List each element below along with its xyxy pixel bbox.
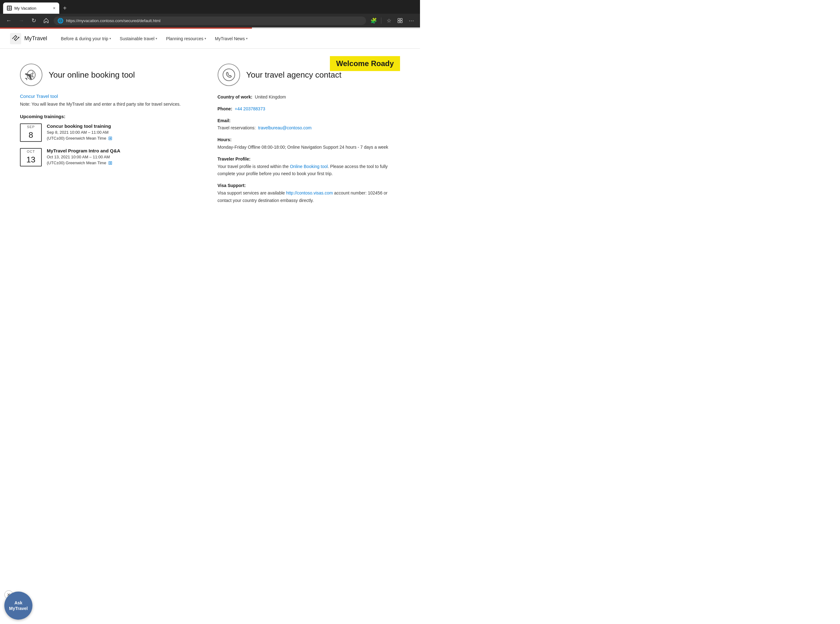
booking-tool-note: Note: You will leave the MyTravel site a… bbox=[20, 101, 203, 108]
svg-rect-4 bbox=[398, 19, 400, 20]
svg-rect-2 bbox=[8, 8, 9, 10]
logo-area[interactable]: MyTravel bbox=[10, 33, 47, 44]
hours-value: Monday-Friday Offline 08:00-18:00; Onlin… bbox=[218, 145, 388, 150]
country-value: United Kingdom bbox=[255, 94, 286, 99]
booking-tool-body: Concur Travel tool Note: You will leave … bbox=[20, 94, 203, 167]
chevron-down-icon: ▾ bbox=[156, 37, 157, 40]
svg-rect-1 bbox=[10, 6, 11, 8]
tab-bar: My Vacation × + bbox=[0, 0, 420, 14]
address-bar[interactable]: 🌐 https://myvacation.contoso.com/secured… bbox=[54, 17, 366, 25]
svg-rect-3 bbox=[10, 8, 11, 10]
active-tab[interactable]: My Vacation × bbox=[3, 3, 59, 14]
event-day: 8 bbox=[20, 130, 41, 141]
nav-news[interactable]: MyTravel News ▾ bbox=[211, 34, 251, 44]
tab-title: My Vacation bbox=[14, 6, 51, 11]
phone-link[interactable]: +44 203788373 bbox=[235, 106, 265, 111]
event-month: OCT bbox=[20, 149, 41, 154]
booking-tool-title: Your online booking tool bbox=[49, 70, 135, 80]
favorites-button[interactable]: ☆ bbox=[384, 15, 394, 26]
tab-close-button[interactable]: × bbox=[53, 6, 56, 10]
event-time-2: Oct 13, 2021 10:00 AM – 11:00 AM bbox=[47, 154, 121, 159]
event-day: 13 bbox=[20, 154, 41, 166]
main-nav: Before & during your trip ▾ Sustainable … bbox=[57, 34, 251, 44]
browser-nav-actions: 🧩 ☆ ⋯ bbox=[368, 15, 416, 26]
country-row: Country of work: United Kingdom bbox=[218, 94, 401, 101]
progress-fill bbox=[0, 28, 252, 29]
refresh-button[interactable]: ↻ bbox=[29, 15, 39, 26]
hours-label: Hours: bbox=[218, 137, 232, 142]
nav-sustainable[interactable]: Sustainable travel ▾ bbox=[116, 34, 161, 44]
booking-tool-header: Your online booking tool bbox=[20, 63, 203, 86]
event-time-1: Sep 8, 2021 10:00 AM – 11:00 AM bbox=[47, 130, 112, 134]
visa-text-before: Visa support services are available bbox=[218, 190, 286, 195]
event-item: SEP 8 Concur booking tool training Sep 8… bbox=[20, 124, 203, 142]
svg-rect-6 bbox=[398, 21, 400, 23]
svg-point-9 bbox=[18, 37, 19, 38]
event-item: OCT 13 MyTravel Program Intro and Q&A Oc… bbox=[20, 148, 203, 167]
event-title-1: Concur booking tool training bbox=[47, 124, 112, 129]
concur-travel-link[interactable]: Concur Travel tool bbox=[20, 94, 58, 99]
traveler-profile-text-before: Your travel profile is stored within the bbox=[218, 164, 290, 169]
collections-button[interactable] bbox=[395, 15, 405, 26]
email-row: Email: Travel reservations: travelbureau… bbox=[218, 117, 401, 132]
email-label: Email: bbox=[218, 118, 231, 123]
phone-label: Phone: bbox=[218, 106, 232, 111]
main-content: Welcome Roady Your online booking tool C… bbox=[0, 49, 420, 236]
add-to-calendar-icon-1[interactable]: ⊞ bbox=[108, 135, 112, 141]
nav-before-during[interactable]: Before & during your trip ▾ bbox=[57, 34, 115, 44]
extensions-button[interactable]: 🧩 bbox=[368, 15, 379, 26]
email-link[interactable]: travelbureau@contoso.com bbox=[258, 125, 311, 130]
phone-icon bbox=[218, 63, 240, 86]
travel-agency-title: Your travel agency contact bbox=[246, 70, 342, 80]
content-grid: Your online booking tool Concur Travel t… bbox=[20, 63, 400, 209]
svg-point-11 bbox=[223, 69, 235, 81]
svg-rect-5 bbox=[401, 19, 402, 20]
visa-label: Visa Support: bbox=[218, 183, 246, 188]
nav-separator bbox=[381, 17, 381, 24]
online-booking-tool-link[interactable]: Online Booking tool bbox=[290, 164, 328, 169]
svg-rect-7 bbox=[401, 21, 402, 23]
page-load-progress bbox=[0, 28, 420, 29]
event-month: SEP bbox=[20, 124, 41, 130]
add-to-calendar-icon-2[interactable]: ⊞ bbox=[108, 160, 112, 166]
visa-row: Visa Support: Visa support services are … bbox=[218, 182, 401, 204]
airplane-icon bbox=[20, 63, 42, 86]
chevron-down-icon: ▾ bbox=[246, 37, 248, 40]
event-details-1: Concur booking tool training Sep 8, 2021… bbox=[47, 124, 112, 141]
chevron-down-icon: ▾ bbox=[110, 37, 111, 40]
site-logo-text: MyTravel bbox=[24, 35, 47, 42]
event-calendar-sep: SEP 8 bbox=[20, 124, 42, 142]
logo-icon bbox=[10, 33, 21, 44]
forward-button[interactable]: → bbox=[16, 15, 26, 26]
new-tab-button[interactable]: + bbox=[60, 5, 69, 12]
phone-row: Phone: +44 203788373 bbox=[218, 105, 401, 113]
svg-line-10 bbox=[29, 75, 32, 75]
url-text: https://myvacation.contoso.com/secured/d… bbox=[66, 19, 161, 23]
upcoming-trainings-label: Upcoming trainings: bbox=[20, 114, 203, 119]
svg-rect-0 bbox=[8, 6, 9, 8]
back-button[interactable]: ← bbox=[4, 15, 14, 26]
nav-planning[interactable]: Planning resources ▾ bbox=[162, 34, 210, 44]
email-subtitle: Travel reservations: bbox=[218, 125, 256, 130]
booking-tool-section: Your online booking tool Concur Travel t… bbox=[20, 63, 203, 209]
traveler-profile-label: Traveler Profile: bbox=[218, 156, 251, 161]
traveler-profile-row: Traveler Profile: Your travel profile is… bbox=[218, 156, 401, 178]
travel-agency-section: Your travel agency contact Country of wo… bbox=[218, 63, 401, 209]
event-calendar-oct: OCT 13 bbox=[20, 148, 42, 167]
chevron-down-icon: ▾ bbox=[204, 37, 206, 40]
globe-icon: 🌐 bbox=[57, 18, 63, 24]
event-details-2: MyTravel Program Intro and Q&A Oct 13, 2… bbox=[47, 148, 121, 166]
country-label: Country of work: bbox=[218, 94, 252, 99]
browser-chrome: My Vacation × + ← → ↻ 🌐 https://myvacati… bbox=[0, 0, 420, 28]
browser-nav-bar: ← → ↻ 🌐 https://myvacation.contoso.com/s… bbox=[0, 14, 420, 28]
welcome-badge: Welcome Roady bbox=[330, 56, 400, 71]
visa-link[interactable]: http://contoso.visas.com bbox=[286, 190, 333, 195]
site-header: MyTravel Before & during your trip ▾ Sus… bbox=[0, 29, 420, 49]
home-button[interactable] bbox=[41, 15, 51, 26]
menu-button[interactable]: ⋯ bbox=[406, 15, 416, 26]
event-title-2: MyTravel Program Intro and Q&A bbox=[47, 148, 121, 153]
svg-rect-8 bbox=[10, 33, 21, 44]
tab-favicon bbox=[7, 6, 12, 11]
travel-agency-body: Country of work: United Kingdom Phone: +… bbox=[218, 94, 401, 204]
hours-row: Hours: Monday-Friday Offline 08:00-18:00… bbox=[218, 136, 401, 151]
